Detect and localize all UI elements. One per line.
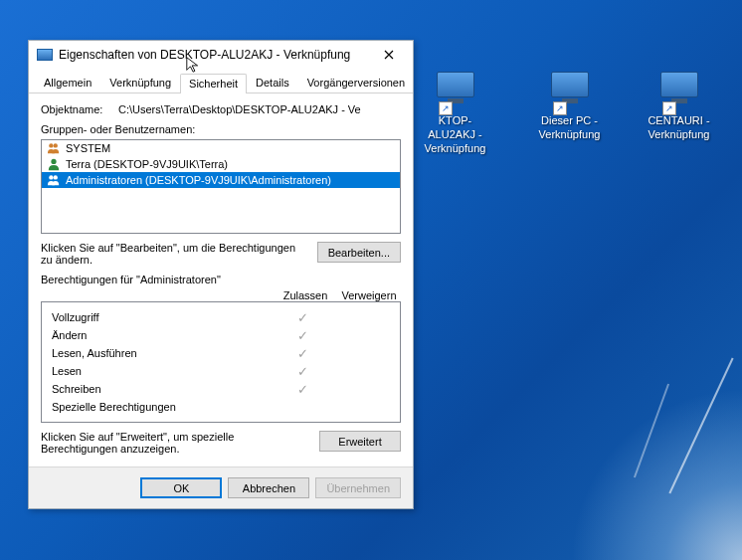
icon-label: KTOP-ALU2AKJ - [428, 114, 481, 140]
permissions-for-label: Berechtigungen für "Administratoren" [41, 274, 401, 285]
permission-row: Lesen✓ [52, 362, 392, 380]
permission-row: Schreiben✓ [52, 380, 392, 398]
users-listbox[interactable]: SYSTEM Terra (DESKTOP-9VJ9UIK\Terra) Adm… [41, 139, 401, 234]
app-icon [37, 49, 53, 61]
edit-button[interactable]: Bearbeiten... [317, 242, 401, 263]
tab-general[interactable]: Allgemein [35, 73, 100, 93]
list-item-administrators[interactable]: Administratoren (DESKTOP-9VJ9UIK\Adminis… [42, 172, 400, 188]
objectname-label: Objektname: [41, 103, 118, 115]
allow-check: ✓ [273, 364, 332, 379]
monitor-icon: ↗ [658, 72, 700, 109]
desktop-shortcut[interactable]: ↗ Dieser PC -Verknüpfung [527, 72, 612, 143]
tab-security[interactable]: Sicherheit [180, 74, 247, 93]
list-item-system[interactable]: SYSTEM [42, 140, 400, 156]
cancel-button[interactable]: Abbrechen [228, 477, 309, 498]
permission-name: Ändern [52, 329, 273, 341]
advanced-button[interactable]: Erweitert [319, 431, 401, 452]
titlebar[interactable]: Eigenschaften von DESKTOP-ALU2AKJ - Verk… [29, 41, 413, 69]
svg-point-1 [54, 143, 58, 147]
monitor-icon: ↗ [549, 72, 591, 109]
window-title: Eigenschaften von DESKTOP-ALU2AKJ - Verk… [59, 48, 371, 62]
tab-bar: Allgemein Verknüpfung Sicherheit Details… [29, 69, 413, 93]
allow-check: ✓ [273, 346, 332, 361]
dialog-footer: OK Abbrechen Übernehmen [29, 467, 413, 508]
permission-name: Lesen [52, 365, 273, 377]
allow-check: ✓ [273, 328, 332, 343]
group-icon [46, 141, 62, 155]
advanced-hint: Klicken Sie auf "Erweitert", um speziell… [41, 431, 319, 455]
groups-label: Gruppen- oder Benutzernamen: [41, 123, 401, 135]
allow-check: ✓ [273, 310, 332, 325]
edit-hint: Klicken Sie auf "Bearbeiten", um die Ber… [41, 242, 317, 266]
svg-point-3 [49, 175, 53, 179]
permission-name: Lesen, Ausführen [52, 347, 273, 359]
permission-row: Spezielle Berechtigungen [52, 398, 392, 416]
group-icon [46, 173, 62, 187]
ok-button[interactable]: OK [140, 477, 222, 498]
tab-details[interactable]: Details [247, 73, 298, 93]
permission-name: Schreiben [52, 383, 273, 395]
desktop-shortcut[interactable]: ↗ KTOP-ALU2AKJ -Verknüpfung [413, 72, 497, 156]
close-button[interactable] [371, 44, 407, 66]
deny-header: Verweigern [337, 289, 401, 301]
close-icon [384, 50, 394, 60]
user-icon [46, 157, 62, 171]
allow-header: Zulassen [274, 289, 337, 301]
svg-point-2 [51, 159, 56, 164]
icon-label: Dieser PC - [541, 114, 598, 126]
permission-name: Spezielle Berechtigungen [52, 401, 273, 413]
permission-row: Lesen, Ausführen✓ [52, 344, 392, 362]
permissions-box: Vollzugriff✓Ändern✓Lesen, Ausführen✓Lese… [41, 301, 401, 423]
desktop-shortcut[interactable]: ↗ CENTAURI -Verknüpfung [637, 72, 721, 143]
permission-row: Vollzugriff✓ [52, 308, 392, 326]
permission-row: Ändern✓ [52, 326, 392, 344]
tab-previous-versions[interactable]: Vorgängerversionen [298, 73, 414, 93]
monitor-icon: ↗ [435, 72, 476, 109]
objectname-value: C:\Users\Terra\Desktop\DESKTOP-ALU2AKJ -… [118, 103, 401, 115]
list-item-terra[interactable]: Terra (DESKTOP-9VJ9UIK\Terra) [42, 156, 400, 172]
apply-button[interactable]: Übernehmen [315, 477, 401, 498]
svg-point-4 [54, 175, 58, 179]
icon-label: CENTAURI - [648, 114, 709, 126]
tab-shortcut[interactable]: Verknüpfung [100, 73, 180, 93]
svg-point-0 [49, 143, 53, 147]
allow-check: ✓ [273, 382, 332, 397]
properties-dialog: Eigenschaften von DESKTOP-ALU2AKJ - Verk… [28, 40, 414, 509]
permission-name: Vollzugriff [52, 311, 273, 323]
